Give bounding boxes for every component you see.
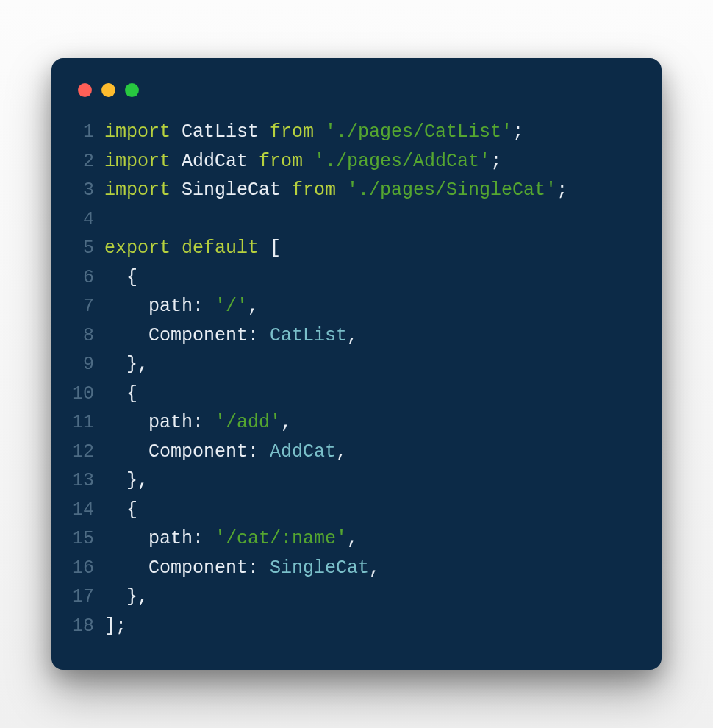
- code-line: 10 {: [65, 379, 637, 409]
- line-number: 6: [65, 263, 104, 293]
- token-str: '/cat/:name': [215, 528, 347, 549]
- token-id: [: [259, 238, 281, 259]
- token-id: CatList: [171, 121, 270, 143]
- zoom-icon[interactable]: [125, 83, 139, 97]
- token-id: },: [104, 354, 148, 375]
- line-number: 11: [65, 408, 104, 438]
- code-source: Component: CatList,: [104, 321, 637, 351]
- code-source: },: [104, 582, 637, 612]
- code-source: ];: [104, 612, 637, 641]
- window-titlebar: [65, 79, 637, 118]
- line-number: 7: [65, 292, 104, 321]
- token-id: ;: [490, 151, 501, 172]
- line-number: 3: [65, 176, 104, 205]
- token-id: Component:: [104, 325, 270, 346]
- token-id: ,: [347, 528, 358, 549]
- token-id: ;: [512, 121, 523, 143]
- code-source: {: [104, 263, 637, 293]
- code-line: 3import SingleCat from './pages/SingleCa…: [65, 176, 637, 205]
- minimize-icon[interactable]: [101, 83, 115, 97]
- token-kw: import: [104, 179, 171, 201]
- line-number: 8: [65, 321, 104, 351]
- line-number: 14: [65, 496, 104, 525]
- token-str: './pages/AddCat': [314, 151, 490, 172]
- token-id: {: [104, 383, 137, 404]
- code-line: 8 Component: CatList,: [65, 321, 637, 351]
- token-id: [336, 179, 347, 201]
- token-id: {: [104, 499, 137, 521]
- token-id: ;: [556, 179, 567, 201]
- token-id: ,: [281, 412, 292, 433]
- line-number: 13: [65, 466, 104, 496]
- token-str: '/add': [215, 412, 281, 433]
- code-source: {: [104, 496, 637, 525]
- token-str: './pages/CatList': [325, 121, 512, 143]
- code-source: export default [: [104, 234, 637, 263]
- token-id: [171, 238, 182, 259]
- line-number: 2: [65, 147, 104, 176]
- code-line: 15 path: '/cat/:name',: [65, 524, 637, 554]
- code-source: import CatList from './pages/CatList';: [104, 118, 637, 147]
- code-source: Component: SingleCat,: [104, 554, 637, 583]
- token-id: SingleCat: [171, 179, 292, 201]
- token-id: ];: [104, 615, 126, 637]
- code-line: 11 path: '/add',: [65, 408, 637, 438]
- token-id: },: [104, 586, 148, 607]
- token-id: [314, 121, 325, 143]
- line-number: 17: [65, 582, 104, 612]
- code-line: 13 },: [65, 466, 637, 496]
- code-line: 4: [65, 205, 637, 235]
- code-line: 7 path: '/',: [65, 292, 637, 321]
- token-kw: from: [292, 179, 336, 201]
- code-source: path: '/add',: [104, 408, 637, 438]
- code-line: 2import AddCat from './pages/AddCat';: [65, 147, 637, 176]
- token-id: path:: [104, 412, 215, 433]
- token-id: [303, 151, 314, 172]
- line-number: 10: [65, 379, 104, 409]
- line-number: 4: [65, 205, 104, 235]
- code-source: },: [104, 466, 637, 496]
- code-source: {: [104, 379, 637, 409]
- code-source: path: '/',: [104, 292, 637, 321]
- code-line: 5export default [: [65, 234, 637, 263]
- code-line: 14 {: [65, 496, 637, 525]
- line-number: 15: [65, 524, 104, 554]
- token-id: Component:: [104, 441, 270, 463]
- code-source: path: '/cat/:name',: [104, 524, 637, 554]
- token-kw: import: [104, 121, 171, 143]
- token-id: AddCat: [171, 151, 259, 172]
- code-line: 17 },: [65, 582, 637, 612]
- code-source: [104, 205, 637, 235]
- token-id: ,: [369, 557, 380, 579]
- token-kw: import: [104, 151, 171, 172]
- line-number: 9: [65, 350, 104, 379]
- token-id: ,: [248, 296, 259, 317]
- code-line: 18];: [65, 612, 637, 641]
- line-number: 12: [65, 438, 104, 467]
- token-id: {: [104, 267, 137, 288]
- token-str: './pages/SingleCat': [347, 179, 556, 201]
- code-line: 1import CatList from './pages/CatList';: [65, 118, 637, 147]
- token-kw: from: [270, 121, 314, 143]
- code-line: 9 },: [65, 350, 637, 379]
- token-kw: from: [259, 151, 303, 172]
- line-number: 16: [65, 554, 104, 583]
- code-source: Component: AddCat,: [104, 438, 637, 467]
- line-number: 1: [65, 118, 104, 147]
- token-str: '/': [215, 296, 248, 317]
- code-source: },: [104, 350, 637, 379]
- token-id: ,: [347, 325, 358, 346]
- code-line: 12 Component: AddCat,: [65, 438, 637, 467]
- code-source: import SingleCat from './pages/SingleCat…: [104, 176, 637, 205]
- code-block: 1import CatList from './pages/CatList';2…: [65, 118, 637, 640]
- editor-window: 1import CatList from './pages/CatList';2…: [51, 58, 662, 670]
- token-kw: export: [104, 238, 171, 259]
- close-icon[interactable]: [78, 83, 92, 97]
- code-line: 6 {: [65, 263, 637, 293]
- token-cls: AddCat: [270, 441, 336, 463]
- token-id: ,: [336, 441, 347, 463]
- code-source: import AddCat from './pages/AddCat';: [104, 147, 637, 176]
- token-kw: default: [182, 238, 259, 259]
- line-number: 5: [65, 234, 104, 263]
- line-number: 18: [65, 612, 104, 641]
